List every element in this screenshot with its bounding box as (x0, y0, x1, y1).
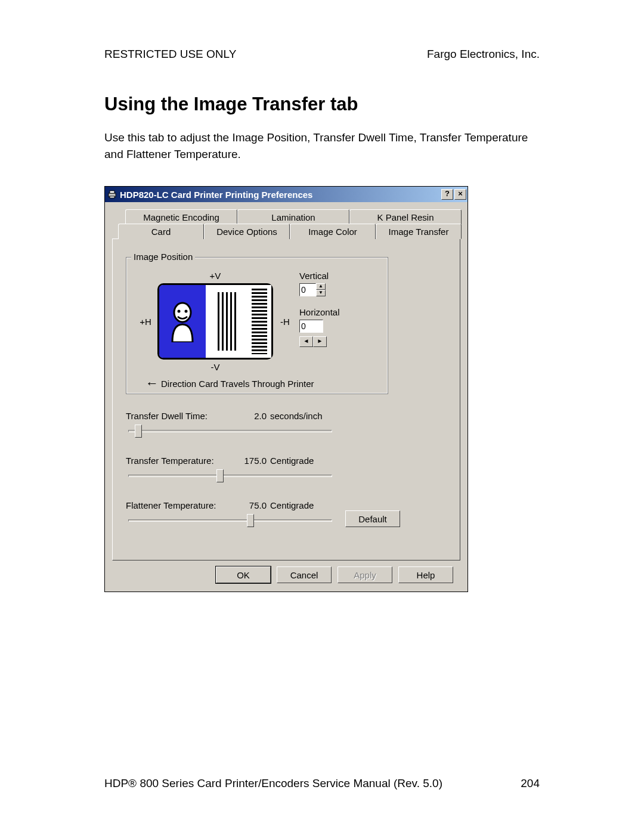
transfer-temp-label: Transfer Temperature: (126, 456, 239, 466)
dwell-value: 2.0 (243, 411, 267, 421)
tab-k-panel-resin[interactable]: K Panel Resin (349, 209, 462, 224)
card-portrait-icon (159, 285, 206, 358)
transfer-temp-slider[interactable] (128, 468, 332, 484)
scroll-left-button[interactable]: ◄ (299, 336, 313, 347)
cancel-button[interactable]: Cancel (277, 566, 332, 583)
tab-image-transfer[interactable]: Image Transfer (376, 224, 462, 239)
tab-panel-image-transfer: Image Position +V +H (112, 239, 460, 561)
footer-right: 204 (521, 777, 540, 790)
svg-rect-2 (110, 196, 114, 198)
vertical-input[interactable] (299, 283, 316, 296)
left-arrow-icon: ← (145, 376, 159, 391)
vertical-label: Vertical (299, 271, 340, 281)
flattener-temp-label: Flattener Temperature: (126, 500, 239, 510)
plus-v-label: +V (135, 271, 296, 281)
header-right: Fargo Electronics, Inc. (427, 48, 540, 61)
ok-button[interactable]: OK (216, 566, 271, 583)
preferences-dialog: HDP820-LC Card Printer Printing Preferen… (104, 186, 468, 592)
printer-icon (107, 190, 117, 199)
flattener-temp-value: 75.0 (243, 500, 267, 510)
transfer-temp-block: Transfer Temperature: 175.0 Centigrade (126, 456, 335, 484)
vertical-down-button[interactable]: ▼ (316, 290, 326, 296)
horizontal-scroll[interactable]: ◄ ► (299, 336, 327, 347)
direction-text: Direction Card Travels Through Printer (161, 379, 314, 389)
flattener-temp-slider[interactable] (128, 513, 332, 528)
minus-v-label: -V (135, 362, 296, 372)
horizontal-input[interactable] (299, 320, 323, 333)
titlebar: HDP820-LC Card Printer Printing Preferen… (105, 187, 467, 202)
apply-button[interactable]: Apply (338, 566, 392, 583)
dwell-time-block: Transfer Dwell Time: 2.0 seconds/inch (126, 411, 335, 439)
close-title-button[interactable]: × (454, 189, 466, 200)
image-position-group: Image Position +V +H (126, 257, 388, 394)
tab-device-options[interactable]: Device Options (204, 224, 290, 239)
svg-point-5 (185, 310, 188, 313)
dwell-slider[interactable] (128, 423, 332, 439)
plus-h-label: +H (140, 317, 151, 327)
flattener-temp-block: Flattener Temperature: 75.0 Centigrade (126, 500, 335, 528)
flattener-temp-unit: Centigrade (270, 500, 314, 510)
dwell-label: Transfer Dwell Time: (126, 411, 239, 421)
help-button[interactable]: Help (398, 566, 453, 583)
dialog-title: HDP820-LC Card Printer Printing Preferen… (120, 190, 441, 200)
transfer-temp-unit: Centigrade (270, 456, 314, 466)
image-position-legend: Image Position (131, 252, 195, 262)
minus-h-label: -H (279, 317, 291, 327)
body-text: Use this tab to adjust the Image Positio… (104, 129, 540, 162)
vertical-up-button[interactable]: ▲ (316, 283, 326, 290)
tab-magnetic-encoding[interactable]: Magnetic Encoding (125, 209, 237, 224)
footer-left: HDP® 800 Series Card Printer/Encoders Se… (104, 777, 442, 790)
header-left: RESTRICTED USE ONLY (104, 48, 236, 61)
help-title-button[interactable]: ? (441, 189, 453, 200)
svg-point-4 (178, 310, 181, 313)
card-illustration (157, 283, 273, 360)
transfer-temp-value: 175.0 (243, 456, 267, 466)
barcode-icon (252, 289, 267, 354)
horizontal-label: Horizontal (299, 307, 340, 317)
scroll-right-button[interactable]: ► (313, 336, 327, 347)
svg-rect-1 (110, 191, 114, 193)
dwell-unit: seconds/inch (270, 411, 323, 421)
tab-lamination[interactable]: Lamination (237, 209, 349, 224)
page-title: Using the Image Transfer tab (104, 94, 540, 115)
tab-image-color[interactable]: Image Color (290, 224, 376, 239)
default-button[interactable]: Default (345, 510, 400, 527)
tab-card[interactable]: Card (118, 224, 204, 239)
